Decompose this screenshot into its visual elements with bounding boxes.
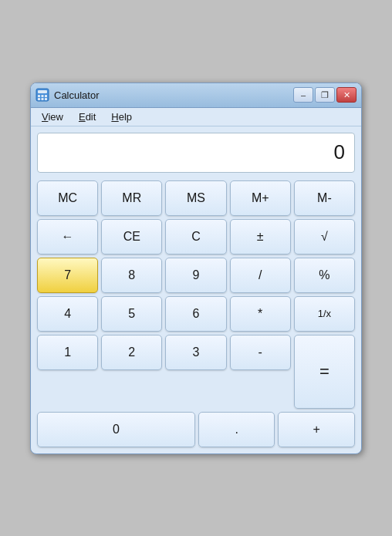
display-area: 0	[37, 133, 355, 173]
svg-rect-1	[38, 90, 47, 93]
dot-button[interactable]: .	[198, 412, 275, 447]
one-button[interactable]: 1	[37, 335, 98, 370]
row-456: 4 5 6 * 1/x	[37, 296, 355, 332]
row-123: 1 2 3 - =	[37, 335, 355, 409]
memory-row: MC MR MS M+ M-	[37, 180, 355, 216]
window-title: Calculator	[54, 89, 100, 101]
zero-button[interactable]: 0	[37, 412, 195, 447]
clear-row: ← CE C ± √	[37, 219, 355, 255]
row-789: 7 8 9 / %	[37, 258, 355, 293]
plusminus-button[interactable]: ±	[230, 219, 291, 255]
svg-rect-4	[45, 95, 47, 97]
mplus-button[interactable]: M+	[230, 180, 291, 216]
close-button[interactable]: ✕	[336, 87, 357, 103]
backspace-button[interactable]: ←	[37, 219, 98, 255]
multiply-button[interactable]: *	[230, 296, 291, 332]
nine-button[interactable]: 9	[165, 258, 226, 293]
calculator-window: Calculator – ❐ ✕ View Edit Help 0 MC MR …	[30, 83, 362, 454]
mr-button[interactable]: MR	[101, 180, 162, 216]
svg-rect-7	[45, 98, 47, 100]
sqrt-button[interactable]: √	[294, 219, 355, 255]
mc-button[interactable]: MC	[37, 180, 98, 216]
six-button[interactable]: 6	[165, 296, 226, 332]
reciprocal-button[interactable]: 1/x	[294, 296, 355, 332]
three-button[interactable]: 3	[165, 335, 226, 370]
menu-help[interactable]: Help	[103, 110, 140, 124]
minimize-button[interactable]: –	[293, 87, 313, 103]
display-value: 0	[334, 140, 345, 164]
ce-button[interactable]: CE	[101, 219, 162, 255]
title-bar-controls: – ❐ ✕	[293, 87, 357, 103]
svg-rect-2	[38, 95, 40, 97]
four-button[interactable]: 4	[37, 296, 98, 332]
mminus-button[interactable]: M-	[294, 180, 355, 216]
equals-button[interactable]: =	[294, 335, 355, 409]
eight-button[interactable]: 8	[101, 258, 162, 293]
svg-rect-3	[42, 95, 44, 97]
svg-rect-5	[38, 98, 40, 100]
title-bar-left: Calculator	[35, 88, 100, 102]
restore-button[interactable]: ❐	[315, 87, 335, 103]
seven-button[interactable]: 7	[37, 258, 98, 293]
plus-button[interactable]: +	[278, 412, 355, 447]
svg-rect-6	[42, 98, 44, 100]
two-button[interactable]: 2	[101, 335, 162, 370]
button-grid: MC MR MS M+ M- ← CE C ± √ 7 8 9 / % 4 5	[31, 177, 361, 453]
menu-bar: View Edit Help	[31, 108, 361, 126]
title-bar: Calculator – ❐ ✕	[31, 83, 361, 108]
percent-button[interactable]: %	[294, 258, 355, 293]
divide-button[interactable]: /	[230, 258, 291, 293]
ms-button[interactable]: MS	[165, 180, 226, 216]
c-button[interactable]: C	[165, 219, 226, 255]
five-button[interactable]: 5	[101, 296, 162, 332]
backspace-icon: ←	[62, 230, 74, 244]
minus-button[interactable]: -	[230, 335, 291, 370]
menu-view[interactable]: View	[34, 110, 71, 124]
row-0: 0 . +	[37, 412, 355, 447]
calculator-icon	[35, 88, 49, 102]
menu-edit[interactable]: Edit	[71, 110, 103, 124]
